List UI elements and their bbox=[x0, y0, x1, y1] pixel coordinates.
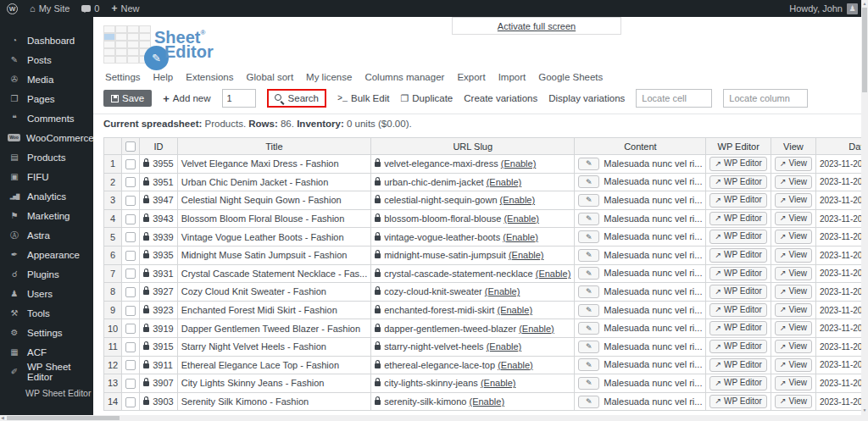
menu-tab[interactable]: Extensions bbox=[186, 72, 233, 82]
row-checkbox[interactable] bbox=[125, 177, 136, 187]
sidebar-item-plugins[interactable]: ☌ Plugins bbox=[0, 264, 93, 284]
row-checkbox-cell[interactable] bbox=[122, 228, 140, 247]
edit-content-button[interactable]: ✎ bbox=[578, 230, 599, 243]
enable-link[interactable]: (Enable) bbox=[509, 250, 544, 260]
sidebar-item-acf[interactable]: ▦ ACF bbox=[0, 342, 93, 362]
display-variations-button[interactable]: Display variations bbox=[548, 93, 625, 103]
wp-editor-button[interactable]: ↗WP Editor bbox=[709, 175, 766, 190]
sidebar-item-products[interactable]: ▤ Products bbox=[0, 147, 93, 167]
create-variations-button[interactable]: Create variations bbox=[464, 93, 537, 103]
bulk-edit-button[interactable]: >_ Bulk Edit bbox=[337, 93, 389, 103]
edit-content-button[interactable]: ✎ bbox=[578, 158, 599, 170]
id-cell[interactable]: 3947 bbox=[140, 191, 177, 210]
row-checkbox[interactable] bbox=[125, 251, 136, 261]
id-cell[interactable]: 3955 bbox=[140, 155, 177, 174]
view-button[interactable]: ↗View bbox=[775, 267, 812, 281]
slug-cell[interactable]: dapper-gentlemen-tweed-blazer (Enable) bbox=[371, 319, 575, 338]
view-button[interactable]: ↗View bbox=[775, 212, 812, 226]
row-number-cell[interactable]: 5 bbox=[104, 228, 122, 247]
title-cell[interactable]: Crystal Cascade Statement Necklace - Fas… bbox=[177, 264, 370, 283]
row-number-cell[interactable]: 9 bbox=[104, 301, 122, 319]
date-cell[interactable]: 2023-11-20 14:04:30 bbox=[815, 209, 868, 228]
id-cell[interactable]: 3923 bbox=[140, 301, 177, 319]
date-cell[interactable]: 2023-11-20 14:04:06 bbox=[815, 337, 868, 356]
content-cell[interactable]: ✎Malesuada nunc vel ri... bbox=[575, 173, 706, 191]
wp-editor-button[interactable]: ↗WP Editor bbox=[709, 321, 766, 335]
menu-tab[interactable]: Help bbox=[153, 72, 174, 82]
sidebar-item-tools[interactable]: ⚒ Tools bbox=[0, 303, 93, 323]
title-cell[interactable]: Dapper Gentlemen Tweed Blazer - Fashion bbox=[177, 319, 370, 338]
slug-cell[interactable]: midnight-muse-satin-jumpsuit (Enable) bbox=[371, 246, 575, 264]
date-cell[interactable]: 2023-11-20 14:04:22 bbox=[815, 301, 868, 319]
row-checkbox[interactable] bbox=[125, 379, 136, 389]
edit-content-button[interactable]: ✎ bbox=[578, 322, 599, 335]
row-number-cell[interactable]: 6 bbox=[104, 246, 122, 264]
view-button[interactable]: ↗View bbox=[775, 230, 812, 244]
vertical-scrollbar[interactable]: ▲ ▼ bbox=[861, 0, 868, 415]
slug-cell[interactable]: serenity-silk-kimono (Enable) bbox=[371, 392, 575, 411]
edit-content-button[interactable]: ✎ bbox=[578, 249, 599, 262]
slug-cell[interactable]: ethereal-elegance-lace-top (Enable) bbox=[371, 356, 575, 374]
sidebar-item-dashboard[interactable]: ◔ Dashboard bbox=[0, 30, 93, 50]
enable-link[interactable]: (Enable) bbox=[487, 341, 522, 352]
sidebar-item-astra[interactable]: Ⓐ Astra bbox=[0, 225, 93, 245]
edit-content-button[interactable]: ✎ bbox=[578, 267, 599, 280]
sidebar-item-analytics[interactable]: ▂▅█ Analytics bbox=[0, 186, 93, 206]
slug-cell[interactable]: starry-night-velvet-heels (Enable) bbox=[371, 337, 575, 356]
edit-content-button[interactable]: ✎ bbox=[578, 341, 599, 353]
row-number-cell[interactable]: 7 bbox=[104, 264, 122, 283]
new-menu[interactable]: + New bbox=[111, 3, 139, 14]
row-checkbox[interactable] bbox=[125, 324, 136, 334]
row-checkbox[interactable] bbox=[125, 342, 136, 352]
row-checkbox-cell[interactable] bbox=[122, 319, 140, 338]
wp-editor-button[interactable]: ↗WP Editor bbox=[709, 248, 766, 263]
enable-link[interactable]: (Enable) bbox=[497, 305, 532, 315]
row-number-cell[interactable]: 10 bbox=[104, 319, 122, 338]
date-cell[interactable]: 2023-11-20 14:04:08 bbox=[815, 319, 868, 338]
enable-link[interactable]: (Enable) bbox=[504, 213, 539, 224]
row-number-cell[interactable]: 2 bbox=[104, 173, 122, 191]
wp-editor-button[interactable]: ↗WP Editor bbox=[709, 212, 766, 226]
wp-editor-button[interactable]: ↗WP Editor bbox=[709, 303, 766, 318]
slug-cell[interactable]: urban-chic-denim-jacket (Enable) bbox=[371, 173, 575, 191]
row-checkbox-cell[interactable] bbox=[122, 246, 140, 264]
row-checkbox[interactable] bbox=[125, 214, 136, 224]
row-number-cell[interactable]: 13 bbox=[104, 374, 122, 393]
content-cell[interactable]: ✎Malesuada nunc vel ri... bbox=[575, 283, 706, 302]
date-cell[interactable]: 2023-11-20 14:04:27 bbox=[815, 246, 868, 264]
horizontal-scrollbar-thumb[interactable] bbox=[7, 416, 120, 420]
my-site-menu[interactable]: ⌂ My Site bbox=[30, 3, 70, 14]
scroll-up-arrow[interactable]: ▲ bbox=[862, 1, 867, 6]
wp-editor-button[interactable]: ↗WP Editor bbox=[709, 157, 766, 171]
wp-editor-button[interactable]: ↗WP Editor bbox=[709, 395, 766, 409]
title-cell[interactable]: Blossom Bloom Floral Blouse - Fashion bbox=[177, 209, 370, 228]
content-cell[interactable]: ✎Malesuada nunc vel ri... bbox=[575, 392, 706, 411]
row-checkbox[interactable] bbox=[125, 196, 136, 206]
id-cell[interactable]: 3915 bbox=[140, 337, 177, 356]
enable-link[interactable]: (Enable) bbox=[536, 269, 571, 279]
view-button[interactable]: ↗View bbox=[775, 157, 812, 171]
enable-link[interactable]: (Enable) bbox=[469, 396, 504, 407]
select-all-checkbox[interactable] bbox=[125, 141, 136, 152]
enable-link[interactable]: (Enable) bbox=[501, 158, 537, 169]
enable-link[interactable]: (Enable) bbox=[487, 177, 522, 187]
row-checkbox-cell[interactable] bbox=[122, 283, 140, 302]
vertical-scrollbar-thumb[interactable] bbox=[862, 8, 867, 92]
row-number-cell[interactable]: 3 bbox=[104, 191, 122, 210]
date-cell[interactable]: 2023-11-20 14:04:28 bbox=[815, 228, 868, 247]
row-checkbox[interactable] bbox=[125, 397, 136, 407]
date-cell[interactable]: 2023-11-20 14:04:31 bbox=[815, 191, 868, 210]
date-cell[interactable]: 2023-11-20 14:04:03 bbox=[815, 374, 868, 393]
sidebar-subitem-wp-sheet-editor[interactable]: WP Sheet Editor bbox=[0, 381, 93, 398]
sidebar-item-appearance[interactable]: ✒ Appearance bbox=[0, 245, 93, 264]
id-cell[interactable]: 3919 bbox=[140, 319, 177, 338]
row-number-cell[interactable]: 14 bbox=[104, 392, 122, 411]
sidebar-item-posts[interactable]: ✎ Posts bbox=[0, 50, 93, 69]
sidebar-item-comments[interactable]: ❝ Comments bbox=[0, 108, 93, 128]
date-cell[interactable]: 2023-11-20 14:04:25 bbox=[815, 264, 868, 283]
sidebar-item-fifu[interactable]: ▣ FIFU bbox=[0, 167, 93, 186]
content-cell[interactable]: ✎Malesuada nunc vel ri... bbox=[575, 209, 706, 228]
menu-tab[interactable]: Columns manager bbox=[364, 72, 444, 82]
id-cell[interactable]: 3903 bbox=[140, 392, 177, 411]
content-cell[interactable]: ✎Malesuada nunc vel ri... bbox=[575, 191, 706, 210]
